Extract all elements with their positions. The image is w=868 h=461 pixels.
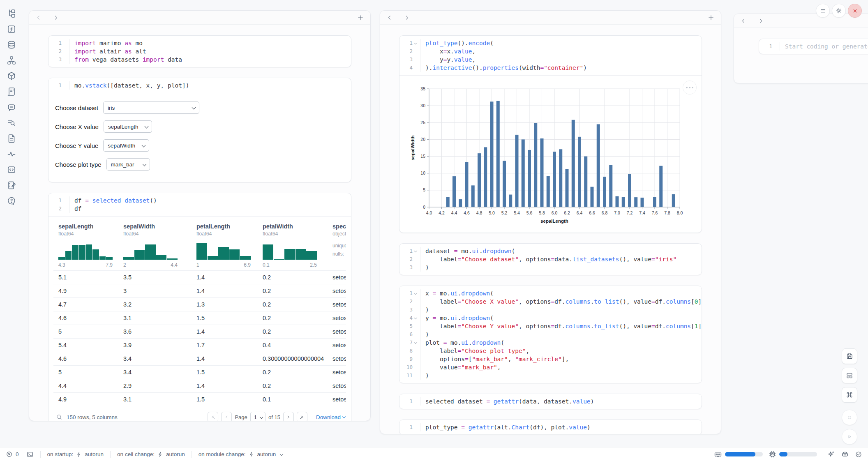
chevron-left-icon[interactable]	[36, 15, 42, 21]
dataframe-output: sepalLengthfloat644.37.9sepalWidthfloat6…	[48, 216, 351, 421]
save-icon[interactable]	[842, 348, 857, 364]
scratchpad-icon[interactable]	[6, 180, 17, 191]
code-editor[interactable]: 1plot_type = getattr(alt.Chart(df), plot…	[399, 420, 702, 434]
code-editor[interactable]: 1dataset = mo.ui.dropdown(2 label="Choos…	[399, 244, 702, 275]
on-cell-change-toggle[interactable]: on cell change: autorun	[117, 451, 185, 457]
table-column-header[interactable]: petalWidthfloat640.12.5	[258, 221, 328, 270]
svg-text:4.6: 4.6	[464, 210, 470, 215]
ai-assist-button[interactable]	[827, 450, 835, 459]
code-editor[interactable]: 1import marimo as mo2import altair as al…	[48, 36, 351, 67]
table-row[interactable]: 53.41.50.2setosa	[53, 365, 346, 379]
dependency-graph-icon[interactable]	[6, 55, 17, 66]
code-editor[interactable]: 1df = selected_dataset()2df	[48, 193, 351, 216]
chevron-right-icon[interactable]	[404, 15, 410, 21]
table-row[interactable]: 4.73.21.30.2setosa	[53, 297, 346, 311]
page-label: Page	[235, 414, 247, 420]
code-line: 4).interactive().properties(width="conta…	[401, 64, 697, 72]
chevron-right-icon[interactable]	[53, 15, 59, 21]
column-1-header	[29, 11, 370, 25]
svg-text:7.6: 7.6	[652, 210, 658, 215]
fold-chevron-icon[interactable]	[413, 339, 418, 347]
file-explorer-icon[interactable]	[6, 8, 17, 19]
search-icon[interactable]	[6, 118, 17, 128]
chevron-left-icon[interactable]	[741, 18, 746, 24]
dataset-select[interactable]: iris	[103, 101, 199, 114]
page-number-select[interactable]: 1	[250, 412, 265, 421]
fold-chevron-icon[interactable]	[413, 39, 418, 47]
variables-icon[interactable]	[6, 24, 17, 35]
cell-xy-dropdowns: 1x = mo.ui.dropdown(2 label="Choose X va…	[399, 286, 702, 383]
next-page-button[interactable]	[283, 412, 294, 421]
chevron-right-icon[interactable]	[758, 18, 764, 24]
ai-chat-icon[interactable]	[6, 102, 17, 113]
chevron-left-icon[interactable]	[387, 15, 392, 21]
menu-icon[interactable]	[816, 4, 830, 18]
table-row[interactable]: 5.43.91.70.4setosa	[53, 338, 346, 352]
on-startup-toggle[interactable]: on startup: autorun	[47, 451, 104, 457]
tracing-icon[interactable]	[6, 149, 17, 159]
table-column-header[interactable]: speciesobjectunique:nulls:	[328, 221, 346, 270]
plot-type-select[interactable]: mark_bar	[106, 158, 150, 171]
run-icon[interactable]	[842, 429, 857, 445]
table-row[interactable]: 5.13.51.40.2setosa	[53, 270, 346, 284]
table-row[interactable]: 4.42.91.40.2setosa	[53, 379, 346, 392]
documentation-icon[interactable]	[6, 133, 17, 144]
table-row[interactable]: 4.93.11.50.1setosa	[53, 392, 346, 406]
svg-text:7.8: 7.8	[664, 210, 670, 215]
svg-text:8.0: 8.0	[677, 210, 683, 215]
packages-icon[interactable]	[6, 71, 17, 81]
empty-code-editor[interactable]: 1 Start coding or generate with	[759, 39, 868, 54]
add-cell-icon[interactable]	[708, 14, 714, 21]
table-column-header[interactable]: sepalLengthfloat644.37.9	[53, 221, 118, 270]
chart-menu-icon[interactable]	[683, 81, 697, 95]
generate-link[interactable]: generate	[843, 43, 868, 50]
first-page-button[interactable]	[208, 412, 218, 421]
add-cell-icon[interactable]	[357, 14, 364, 21]
table-row[interactable]: 53.61.40.2setosa	[53, 325, 346, 338]
layout-icon[interactable]	[842, 368, 857, 383]
code-editor[interactable]: 1x = mo.ui.dropdown(2 label="Choose X va…	[399, 286, 702, 383]
svg-text:6.2: 6.2	[564, 210, 570, 215]
x-value-select[interactable]: sepalLength	[104, 120, 152, 133]
datasources-icon[interactable]	[6, 39, 17, 50]
code-line: 3from vega_datasets import data	[50, 55, 347, 64]
y-value-select[interactable]: sepalWidth	[103, 139, 149, 152]
on-module-change-label: on module change:	[199, 451, 246, 457]
search-icon[interactable]	[56, 414, 62, 420]
code-editor[interactable]: 1plot_type().encode(2 x=x.value,3 y=y.va…	[399, 36, 702, 75]
prev-page-button[interactable]	[221, 412, 232, 421]
download-link[interactable]: Download	[316, 414, 345, 420]
stop-icon[interactable]	[842, 410, 857, 425]
fold-chevron-icon[interactable]	[413, 289, 418, 297]
altair-chart[interactable]: 4.04.24.44.64.85.05.25.45.65.86.06.26.46…	[404, 81, 697, 228]
table-row[interactable]: 4.63.41.40.30000000000000004setosa	[53, 352, 346, 365]
code-editor[interactable]: 1mo.vstack([dataset, x, y, plot])	[48, 78, 351, 93]
code-line: 1df = selected_dataset()	[50, 196, 347, 205]
table-row[interactable]: 4.931.40.2setosa	[53, 284, 346, 297]
copilot-button[interactable]	[841, 450, 849, 459]
cpu-bar-fill	[779, 452, 787, 456]
snippets-icon[interactable]	[6, 164, 17, 175]
table-column-header[interactable]: petalLengthfloat6416.9	[192, 221, 258, 270]
last-page-button[interactable]	[297, 412, 307, 421]
code-line: 2df	[50, 205, 347, 213]
table-row[interactable]: 4.63.11.50.2setosa	[53, 311, 346, 325]
terminal-button[interactable]	[26, 451, 34, 458]
logs-icon[interactable]	[6, 86, 17, 97]
settings-gear-icon[interactable]	[832, 4, 846, 18]
connection-status-button[interactable]	[855, 451, 862, 458]
on-module-change-toggle[interactable]: on module change: autorun	[199, 451, 283, 457]
cpu-usage	[769, 450, 817, 458]
table-column-header[interactable]: sepalWidthfloat6424.4	[118, 221, 192, 270]
fold-chevron-icon[interactable]	[413, 314, 418, 322]
fold-chevron-icon[interactable]	[413, 247, 418, 255]
close-icon[interactable]	[848, 4, 862, 18]
errors-indicator[interactable]: 0	[6, 451, 19, 458]
data-table: sepalLengthfloat644.37.9sepalWidthfloat6…	[53, 221, 346, 406]
svg-text:6.4: 6.4	[577, 210, 583, 215]
command-icon[interactable]	[842, 387, 857, 403]
code-editor[interactable]: 1selected_dataset = getattr(data, datase…	[399, 394, 702, 409]
svg-text:sepalLength: sepalLength	[540, 219, 568, 224]
help-icon[interactable]	[6, 196, 17, 206]
cell-dataset-dropdown: 1dataset = mo.ui.dropdown(2 label="Choos…	[399, 243, 702, 275]
